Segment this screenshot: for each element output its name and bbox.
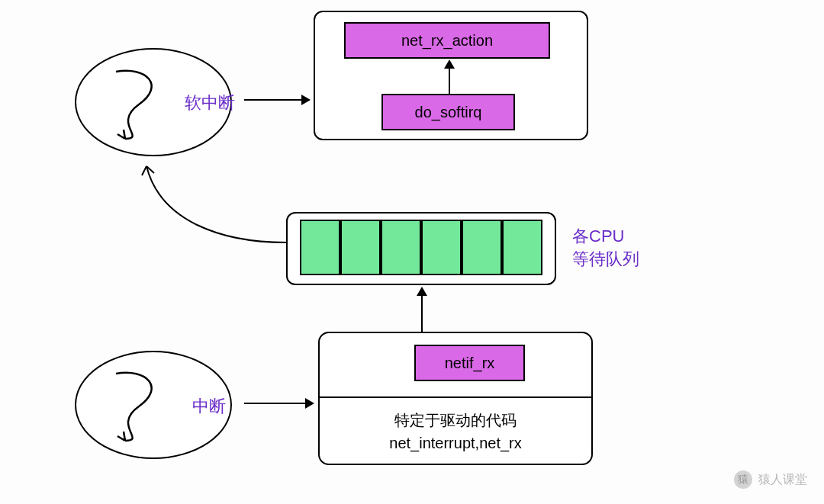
irq-label: 中断 [192,395,226,418]
do-softirq-box: do_softirq [381,94,515,130]
arrow-up-1 [449,69,450,94]
softirq-label: 软中断 [185,91,235,114]
queue-cell-2 [340,220,381,275]
arrow-ellipse-to-bottom [244,403,305,404]
squiggle-icon-2 [93,364,185,448]
irq-container-divider [318,396,593,398]
cpu-queue-label-1: 各CPU [572,225,624,248]
queue-cell-5 [462,220,502,275]
arrow-netifrx-to-queue-head [417,287,427,296]
queue-cell-6 [502,220,542,275]
watermark: 猿 猿人课堂 [734,470,807,489]
arrow-ellipse-to-top [244,99,301,101]
arrow-queue-to-ellipse [137,152,298,252]
net-rx-action-box: net_rx_action [344,22,550,59]
queue-cell-4 [421,220,462,275]
queue-cell-3 [381,220,421,275]
driver-text-line2: net_interrupt,net_rx [318,432,593,454]
queue-cell-1 [300,220,340,275]
netif-rx-text: netif_rx [445,355,495,372]
do-softirq-text: do_softirq [415,104,482,121]
cpu-queue-label-2: 等待队列 [572,248,639,271]
arrow-up-1-head [444,59,455,69]
squiggle-icon [93,63,185,146]
driver-text-line1: 特定于驱动的代码 [318,409,593,432]
watermark-text: 猿人课堂 [758,472,807,488]
arrow-ellipse-to-bottom-head [305,398,314,409]
driver-text: 特定于驱动的代码 net_interrupt,net_rx [318,409,593,454]
arrow-ellipse-to-top-head [301,95,311,105]
watermark-icon: 猿 [734,470,752,489]
netif-rx-box: netif_rx [414,345,525,381]
net-rx-action-text: net_rx_action [401,32,493,50]
arrow-netifrx-to-queue [421,296,423,332]
